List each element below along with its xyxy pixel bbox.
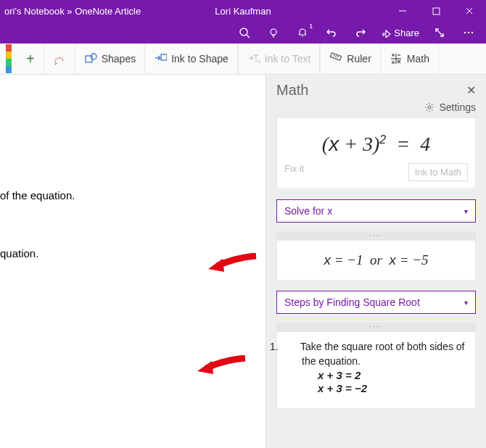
steps-dropdown[interactable]: Steps by Finding Square Root ▾ (276, 291, 476, 314)
plus-icon: + (26, 51, 35, 67)
pen-colors-button[interactable] (0, 43, 17, 74)
gear-icon (424, 102, 434, 112)
window-buttons (386, 0, 486, 22)
svg-point-11 (468, 32, 469, 33)
title-bar: ori's Notebook » OneNote Article Lori Ka… (0, 0, 486, 22)
ink-to-shape-label: Ink to Shape (171, 53, 228, 65)
fullscreen-icon[interactable] (427, 22, 453, 43)
svg-line-18 (334, 54, 334, 57)
annotation-arrow (207, 253, 258, 275)
action-dropdown[interactable]: Solve for x ▾ (276, 199, 476, 223)
ink-to-text-icon: a (247, 52, 260, 65)
math-pane-header: Math ✕ (276, 82, 476, 99)
svg-line-19 (336, 55, 337, 57)
color-strip-icon (6, 44, 12, 73)
chevron-down-icon: ▾ (464, 207, 468, 215)
more-icon[interactable] (456, 22, 482, 43)
close-button[interactable] (453, 0, 486, 22)
share-icon (381, 28, 391, 38)
math-button[interactable]: Math (381, 43, 439, 74)
undo-icon[interactable] (318, 22, 345, 43)
ruler-icon (329, 52, 342, 65)
close-pane-button[interactable]: ✕ (466, 83, 476, 97)
svg-text:a: a (258, 58, 260, 65)
settings-label: Settings (439, 101, 476, 113)
steps-dropdown-value: Steps by Finding Square Root (284, 296, 420, 308)
svg-line-5 (247, 35, 250, 38)
ribbon-toolbar: + Shapes Ink to Shape a Ink to Text Rule… (0, 43, 486, 75)
svg-point-14 (91, 54, 96, 59)
svg-point-6 (271, 29, 276, 35)
drag-handle[interactable]: ···· (276, 323, 476, 331)
svg-marker-30 (208, 259, 224, 272)
main-area: of the equation. quation. Math ✕ Setting… (0, 75, 486, 448)
math-pane: Math ✕ Settings (x + 3)2 = 4 Fix it Ink … (265, 75, 486, 448)
canvas-text-fragment: of the equation. (0, 189, 75, 202)
svg-marker-31 (197, 361, 213, 374)
breadcrumb: ori's Notebook » OneNote Article (0, 6, 141, 17)
action-dropdown-value: Solve for x (284, 205, 332, 217)
minimize-button[interactable] (386, 0, 419, 22)
canvas-text-fragment: quation. (0, 247, 38, 260)
note-canvas[interactable]: of the equation. quation. (0, 75, 265, 448)
svg-point-4 (240, 28, 247, 36)
lasso-icon (53, 52, 66, 65)
ruler-button[interactable]: Ruler (320, 43, 380, 74)
svg-rect-1 (433, 8, 440, 14)
share-label: Share (394, 28, 419, 38)
notification-count: 1 (309, 22, 313, 30)
ink-to-shape-button[interactable]: Ink to Shape (145, 43, 238, 74)
ink-to-text-label: Ink to Text (265, 53, 311, 65)
search-icon[interactable] (231, 22, 258, 43)
add-pen-button[interactable]: + (17, 43, 44, 74)
equation-card: (x + 3)2 = 4 Fix it Ink to Math (276, 117, 476, 189)
shapes-button[interactable]: Shapes (75, 43, 145, 74)
shapes-label: Shapes (102, 53, 136, 65)
ink-to-math-button[interactable]: Ink to Math (408, 163, 468, 181)
svg-point-32 (428, 106, 431, 109)
ink-to-text-button: a Ink to Text (238, 43, 321, 74)
math-pane-title: Math (276, 82, 308, 99)
step-equation: x + 3 = 2 (286, 369, 466, 382)
ruler-label: Ruler (347, 53, 371, 65)
fix-it-button[interactable]: Fix it (284, 163, 304, 181)
solution-card: x = −1 or x = −5 (276, 240, 476, 281)
command-bar: 1 Share (0, 22, 486, 43)
notification-bell-icon[interactable]: 1 (289, 22, 316, 43)
steps-card: 1.Take the square root of both sides of … (276, 331, 476, 409)
svg-point-12 (471, 32, 473, 33)
step-equation: x + 3 = −2 (286, 382, 466, 395)
lightbulb-icon[interactable] (260, 22, 287, 43)
solution-display: x = −1 or x = −5 (324, 252, 428, 267)
equation-display: (x + 3)2 = 4 (322, 133, 430, 155)
math-settings-button[interactable]: Settings (276, 101, 476, 113)
svg-rect-15 (161, 54, 167, 60)
math-icon (390, 52, 403, 65)
annotation-arrow (196, 355, 247, 377)
math-label: Math (407, 53, 429, 65)
drag-handle[interactable]: ···· (276, 231, 476, 240)
ink-to-shape-icon (154, 52, 167, 65)
svg-point-10 (464, 32, 466, 33)
step-text: 1.Take the square root of both sides of … (286, 339, 466, 369)
redo-icon[interactable] (347, 22, 374, 43)
user-name[interactable]: Lori Kaufman (215, 6, 271, 17)
shapes-icon (84, 52, 97, 65)
lasso-button[interactable] (44, 43, 75, 74)
svg-line-20 (338, 56, 339, 58)
maximize-button[interactable] (419, 0, 453, 22)
share-button[interactable]: Share (376, 28, 424, 38)
chevron-down-icon: ▾ (464, 299, 468, 307)
